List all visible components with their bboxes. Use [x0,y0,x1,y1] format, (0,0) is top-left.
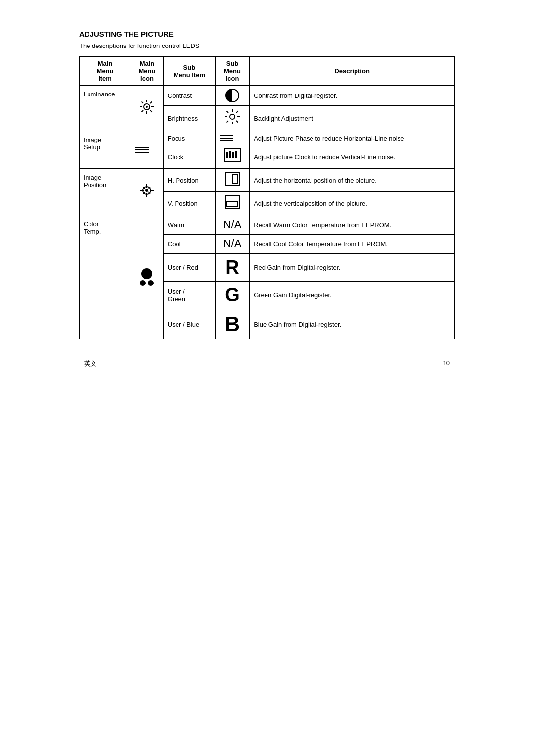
lines-icon [135,146,159,154]
svg-point-9 [146,106,148,108]
svg-line-17 [236,111,238,113]
sub-icon-user-green: G [215,282,249,309]
svg-point-10 [230,114,235,119]
sub-icon-focus [215,131,249,145]
svg-rect-23 [235,151,237,158]
main-icon-luminance [131,86,164,131]
desc-clock: Adjust picture Clock to reduce Vertical-… [250,145,455,169]
desc-vposition: Adjust the verticalposition of the pictu… [250,192,455,215]
sub-menu-brightness: Brightness [163,106,215,131]
svg-line-6 [150,110,152,112]
sub-menu-focus: Focus [163,131,215,145]
desc-user-red: Red Gain from Digital-register. [250,254,455,282]
sub-menu-user-blue: User / Blue [163,309,215,339]
main-menu-color-temp: ColorTemp. [80,215,131,339]
R-icon: R [225,257,239,278]
main-menu-image-setup: ImageSetup [80,131,131,169]
sub-icon-user-blue: B [215,309,249,339]
focus-icon [220,134,245,142]
desc-cool: Recall Cool Color Temperature from EEPRO… [250,235,455,254]
table-row: ImagePosition H. Position [80,169,455,192]
sub-menu-user-green: User /Green [163,282,215,309]
header-sub-menu-item: SubMenu Item [163,57,215,86]
clock-bars-icon [224,148,241,162]
svg-rect-22 [232,152,234,158]
sub-icon-hposition [215,169,249,192]
sun-icon [139,99,155,115]
desc-hposition: Adjust the horizontal position of the pi… [250,169,455,192]
contrast-icon [225,89,239,102]
footer-language: 英文 [84,359,97,368]
header-description: Description [250,57,455,86]
svg-line-8 [142,110,144,112]
page-footer: 英文 10 [79,359,455,368]
header-main-menu: MainMenuItem [80,57,131,86]
desc-contrast: Contrast from Digital-register. [250,86,455,106]
sub-icon-vposition [215,192,249,215]
main-icon-color-temp [131,215,164,339]
sub-menu-cool: Cool [163,235,215,254]
brightness-icon [224,109,240,125]
sub-menu-warm: Warm [163,215,215,235]
main-menu-image-position: ImagePosition [80,169,131,215]
desc-focus: Adjust Picture Phase to reduce Horizonta… [250,131,455,145]
svg-line-5 [142,101,144,103]
svg-rect-20 [226,152,228,158]
table-row: ImageSetup Focus Adjust Picture Phase to… [80,131,455,145]
page-subtitle: The descriptions for function control LE… [79,42,455,49]
color-temp-icon [140,268,154,286]
desc-brightness: Backlight Adjustment [250,106,455,131]
crosshair-icon [139,183,155,198]
sub-menu-user-red: User / Red [163,254,215,282]
sub-menu-clock: Clock [163,145,215,169]
main-icon-image-position [131,169,164,215]
sub-menu-hposition: H. Position [163,169,215,192]
svg-line-18 [227,121,229,123]
sub-icon-user-red: R [215,254,249,282]
adjusting-picture-table: MainMenuItem MainMenuIcon SubMenu Item S… [79,56,455,339]
svg-rect-37 [227,202,238,207]
desc-user-blue: Blue Gain from Digital-register. [250,309,455,339]
table-row: Luminance Contrast [80,86,455,106]
sub-icon-brightness [215,106,249,131]
main-icon-image-setup [131,131,164,169]
svg-rect-21 [229,151,231,158]
sub-icon-clock [215,145,249,169]
svg-line-15 [227,111,229,113]
sub-icon-contrast [215,86,249,106]
B-icon: B [225,312,240,335]
sub-icon-cool: N/A [215,235,249,254]
main-menu-luminance: Luminance [80,86,131,131]
svg-rect-35 [232,174,238,183]
header-sub-icon: SubMenuIcon [215,57,249,86]
sub-menu-vposition: V. Position [163,192,215,215]
hpos-icon [225,172,240,186]
page-title: ADJUSTING THE PICTURE [79,30,455,38]
sub-icon-warm: N/A [215,215,249,235]
vpos-icon [225,195,240,209]
footer-page-number: 10 [443,359,450,368]
header-main-icon: MainMenuIcon [131,57,164,86]
desc-warm: Recall Warm Color Temperature from EEPRO… [250,215,455,235]
table-row: ColorTemp. Warm N/A Recall Warm Color Te… [80,215,455,235]
desc-user-green: Green Gain Digital-register. [250,282,455,309]
svg-point-33 [145,189,148,192]
svg-line-16 [236,121,238,123]
svg-line-7 [150,101,152,103]
G-icon: G [225,284,240,305]
sub-menu-contrast: Contrast [163,86,215,106]
